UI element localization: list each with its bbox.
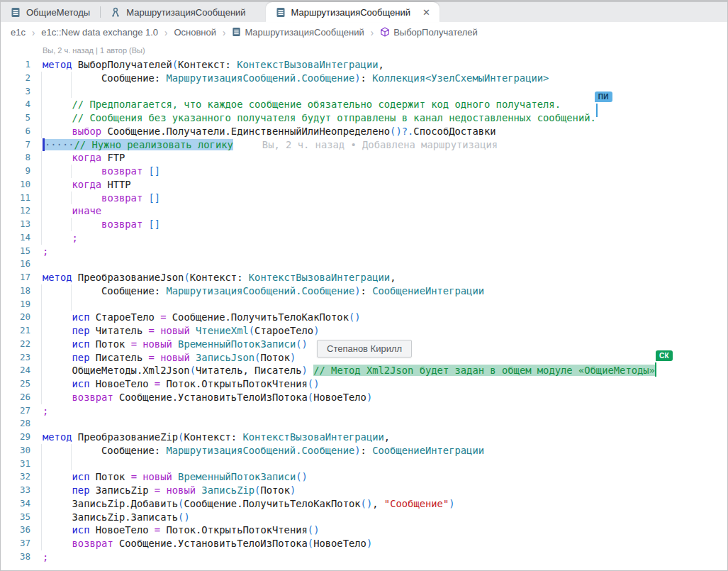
code-line-21[interactable]: пер Читатель = новый ЧтениеXml(СтароеТел… [1, 324, 727, 338]
indent-guide [41, 204, 42, 218]
code-token: Контекст: [190, 272, 249, 283]
code-line-36[interactable]: исп НовоеТело = Поток.ОткрытьПотокЧтения… [1, 523, 727, 537]
code-token: КонтекстВызоваИнтеграции [237, 59, 378, 70]
code-line-17[interactable]: метод ПреобразованиеJson(Контекст: Конте… [1, 271, 727, 284]
tab-close-icon[interactable]: ✕ [420, 7, 432, 18]
code-token: ЧтениеXml [196, 325, 249, 336]
module-doc-icon [232, 27, 241, 37]
code-token: ( [172, 59, 178, 70]
code-editor[interactable]: 1234567891011121314151617181920212223242… [1, 58, 727, 566]
tab-obshchiemetody[interactable]: ОбщиеМетоды [1, 2, 100, 22]
indent-guide [41, 192, 42, 205]
code-line-28[interactable] [1, 417, 727, 431]
code-line-27[interactable]: ; [1, 404, 727, 418]
code-token [43, 365, 72, 376]
chevron-right-icon: › [32, 26, 35, 38]
code-token: Контекст: [184, 431, 242, 443]
indent-guide [41, 151, 42, 165]
user-badge-pi[interactable]: ПИ [595, 92, 612, 102]
code-token: ; [43, 405, 48, 416]
code-line-16[interactable] [1, 257, 727, 271]
code-line-3[interactable] [1, 85, 727, 99]
code-token [43, 165, 101, 177]
code-line-34[interactable]: ЗаписьZip.Добавить(Сообщение.ПолучитьТел… [1, 497, 727, 511]
breadcrumb-item-e1c[interactable]: e1c [11, 27, 26, 38]
code-token: Поток [96, 338, 131, 350]
code-line-9[interactable]: возврат [] [1, 165, 727, 178]
code-token: Сообщение: [43, 285, 166, 296]
code-line-14[interactable]: ; [1, 231, 727, 245]
code-line-10[interactable]: когда HTTP [1, 178, 727, 192]
code-line-4[interactable]: // Предполагается, что каждое сообщение … [1, 98, 727, 111]
code-token: ) [366, 538, 372, 549]
code-token: Поток.ОткрытьПотокЧтения [166, 378, 307, 389]
code-line-11[interactable]: возврат [] [1, 192, 727, 205]
breadcrumb-item-method[interactable]: ВыборПолучателей [380, 27, 478, 38]
code-token: Поток [260, 352, 290, 363]
code-token [43, 205, 72, 216]
code-line-33[interactable]: пер ЗаписьZip = новый ЗаписьZip(Поток) [1, 484, 727, 497]
code-token: ) [290, 352, 296, 363]
code-token: () [349, 311, 361, 323]
user-badge-sk[interactable]: СК [656, 350, 673, 361]
chevron-right-icon: › [371, 26, 374, 38]
code-token: исп [72, 378, 96, 389]
indent-guide [41, 72, 42, 85]
code-token: ) [302, 365, 308, 376]
breadcrumb-item-project[interactable]: e1c::New data exchange 1.0 [41, 27, 158, 38]
tab-label: ОбщиеМетоды [26, 7, 90, 18]
code-token: ) [313, 325, 319, 336]
code-token: СообщениеИнтеграции [372, 445, 484, 456]
code-line-38[interactable]: ; [1, 550, 727, 564]
code-token: метод [43, 59, 78, 70]
code-token: исп [72, 524, 96, 536]
code-token [43, 484, 72, 496]
code-line-37[interactable]: возврат Сообщение.УстановитьТелоИзПотока… [1, 537, 727, 550]
code-token [43, 179, 72, 190]
code-line-19[interactable] [1, 298, 727, 311]
code-line-13[interactable]: возврат [] [1, 218, 727, 231]
code-token: [] [149, 165, 161, 177]
code-line-6[interactable]: выбор Сообщение.Получатели.ЕдинственныйИ… [1, 125, 727, 138]
indent-guide [41, 231, 42, 245]
code-token: ЗаписьJson [196, 352, 254, 363]
code-line-5[interactable]: // Сообщения без указанного получателя б… [1, 111, 727, 125]
code-token: МаршрутизацияСообщений.Сообщение [166, 445, 354, 456]
code-token [43, 392, 72, 403]
tab-marshrutizatsiya-module-active[interactable]: МаршрутизацияСообщений ✕ [266, 2, 439, 22]
tab-marshrutizatsiya-schema[interactable]: МаршрутизацияСообщений [101, 2, 255, 22]
code-token: : [361, 285, 373, 296]
code-line-32[interactable]: исп Поток = новый ВременныйПотокЗаписи() [1, 470, 727, 484]
code-line-18[interactable]: Сообщение: МаршрутизацияСообщений.Сообще… [1, 284, 727, 298]
code-line-12[interactable]: иначе [1, 204, 727, 218]
indent-guide [41, 125, 42, 138]
code-line-15[interactable]: ; [1, 245, 727, 258]
code-token: Сообщение: [43, 72, 166, 84]
code-line-35[interactable]: ЗаписьZip.Записать() [1, 511, 727, 524]
indent-guide [71, 85, 72, 99]
module-doc-icon [11, 7, 21, 18]
code-line-31[interactable] [1, 458, 727, 471]
code-line-2[interactable]: Сообщение: МаршрутизацияСообщений.Сообще… [1, 72, 727, 85]
code-line-24[interactable]: ОбщиеМетоды.Xml2Json(Читатель, Писатель)… [1, 364, 727, 377]
code-token: ВременныйПотокЗаписи [178, 338, 296, 350]
code-token: когда [72, 152, 108, 163]
code-line-7[interactable]: ·····// Нужно реализовать логикуВы, 2 ч.… [1, 138, 727, 152]
code-token: () [308, 378, 320, 389]
breadcrumb-item-module[interactable]: МаршрутизацияСообщений [232, 27, 364, 38]
code-line-1[interactable]: метод ВыборПолучателей(Контекст: Контекс… [1, 58, 727, 72]
code-line-25[interactable]: исп НовоеТело = Поток.ОткрытьПотокЧтения… [1, 377, 727, 391]
code-token: = [155, 524, 167, 536]
breadcrumb-item-osnovnoy[interactable]: Основной [174, 27, 216, 38]
inline-blame-annotation: Вы, 2 ч. назад • Добавлена маршрутизация [262, 139, 498, 150]
code-line-30[interactable]: Сообщение: МаршрутизацияСообщений.Сообще… [1, 444, 727, 458]
code-line-20[interactable]: исп СтароеТело = Сообщение.ПолучитьТелоК… [1, 311, 727, 324]
code-token: ) [354, 72, 360, 84]
code-token: // Нужно реализовать логику [74, 139, 233, 150]
code-line-29[interactable]: метод ПреобразованиеZip(Контекст: Контек… [1, 431, 727, 444]
code-line-26[interactable]: возврат Сообщение.УстановитьТелоИзПотока… [1, 391, 727, 404]
code-token: Поток.ОткрытьПотокЧтения [166, 524, 307, 536]
indent-guide [41, 484, 42, 497]
code-line-8[interactable]: когда FTP [1, 151, 727, 165]
chevron-right-icon: › [223, 26, 225, 38]
